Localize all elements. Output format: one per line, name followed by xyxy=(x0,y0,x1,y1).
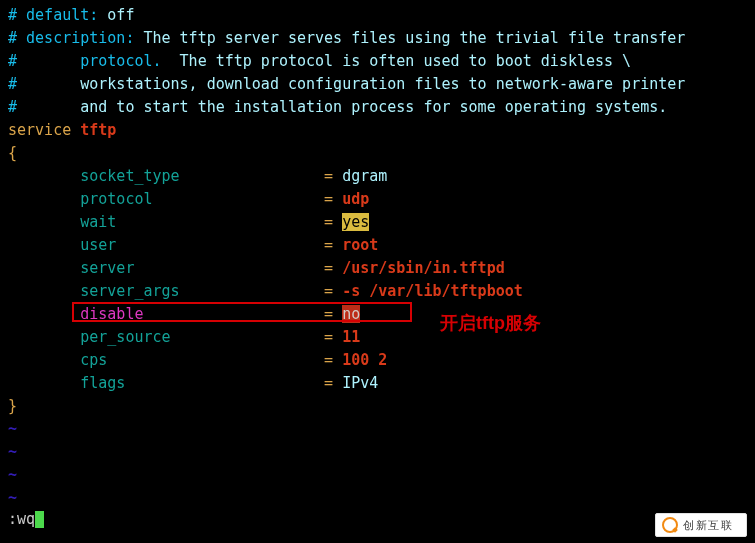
highlight-box xyxy=(72,302,412,322)
vim-command-line[interactable]: :wq xyxy=(8,510,44,528)
annotation-text: 开启tftp服务 xyxy=(440,311,541,335)
watermark-icon xyxy=(661,516,679,534)
watermark-logo: 创新互联 xyxy=(655,513,747,537)
cursor xyxy=(35,511,44,528)
command-text: wq xyxy=(17,510,35,528)
watermark-text: 创新互联 xyxy=(683,518,733,533)
command-colon: : xyxy=(8,510,17,528)
editor-buffer[interactable]: # default: off # description: The tftp s… xyxy=(0,0,755,510)
